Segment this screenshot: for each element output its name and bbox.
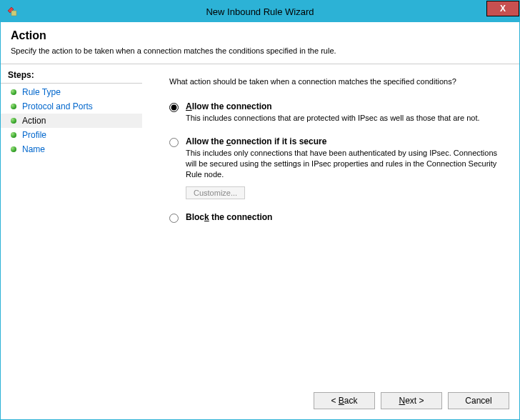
step-bullet-icon <box>11 104 16 109</box>
option-block-title: Block the connection <box>186 212 504 222</box>
step-label: Protocol and Ports <box>22 101 93 111</box>
step-bullet-icon <box>11 132 16 138</box>
customize-button: Customize... <box>186 186 245 199</box>
cancel-button[interactable]: Cancel <box>448 392 509 409</box>
step-bullet-icon <box>11 118 16 124</box>
radio-allow[interactable] <box>169 103 179 112</box>
close-icon: X <box>500 4 506 14</box>
body-area: Steps: Rule Type Protocol and Ports Acti… <box>1 64 519 385</box>
step-bullet-icon <box>11 146 16 152</box>
radio-allow-secure[interactable] <box>169 138 179 147</box>
wizard-window: New Inbound Rule Wizard X Action Specify… <box>0 0 520 420</box>
next-button[interactable]: Next > <box>381 392 442 409</box>
step-name[interactable]: Name <box>1 142 142 156</box>
option-allow: Allow the connection This includes conne… <box>169 101 504 124</box>
step-label: Rule Type <box>22 87 61 97</box>
window-title: New Inbound Rule Wizard <box>1 6 519 17</box>
step-bullet-icon <box>11 89 16 95</box>
step-label: Profile <box>22 130 46 140</box>
step-profile[interactable]: Profile <box>1 128 142 142</box>
page-title: Action <box>11 29 509 42</box>
footer-buttons: < Back Next > Cancel <box>1 385 519 419</box>
option-block-row[interactable]: Block the connection <box>169 212 504 223</box>
option-block: Block the connection <box>169 212 504 223</box>
option-allow-row[interactable]: Allow the connection This includes conne… <box>169 101 504 124</box>
app-icon <box>6 6 18 17</box>
header-section: Action Specify the action to be taken wh… <box>1 22 519 64</box>
steps-heading: Steps: <box>1 69 142 84</box>
option-allow-desc: This includes connections that are prote… <box>186 113 504 124</box>
titlebar: New Inbound Rule Wizard X <box>1 1 519 22</box>
page-description: Specify the action to be taken when a co… <box>11 46 509 55</box>
step-label: Name <box>22 144 45 154</box>
step-action[interactable]: Action <box>1 114 142 128</box>
close-button[interactable]: X <box>486 1 519 16</box>
option-allow-secure: Allow the connection if it is secure Thi… <box>169 136 504 200</box>
steps-sidebar: Steps: Rule Type Protocol and Ports Acti… <box>1 64 142 385</box>
main-pane: What action should be taken when a conne… <box>142 64 519 385</box>
option-allow-secure-desc: This includes only connections that have… <box>186 148 504 180</box>
radio-block[interactable] <box>169 214 179 223</box>
step-protocol-ports[interactable]: Protocol and Ports <box>1 99 142 114</box>
step-rule-type[interactable]: Rule Type <box>1 85 142 99</box>
step-label: Action <box>22 116 46 126</box>
option-allow-secure-row[interactable]: Allow the connection if it is secure Thi… <box>169 136 504 200</box>
prompt-text: What action should be taken when a conne… <box>169 77 504 86</box>
svg-rect-0 <box>11 11 16 16</box>
back-button[interactable]: < Back <box>314 392 375 409</box>
option-allow-secure-title: Allow the connection if it is secure <box>186 136 504 146</box>
option-allow-title: Allow the connection <box>186 101 504 111</box>
